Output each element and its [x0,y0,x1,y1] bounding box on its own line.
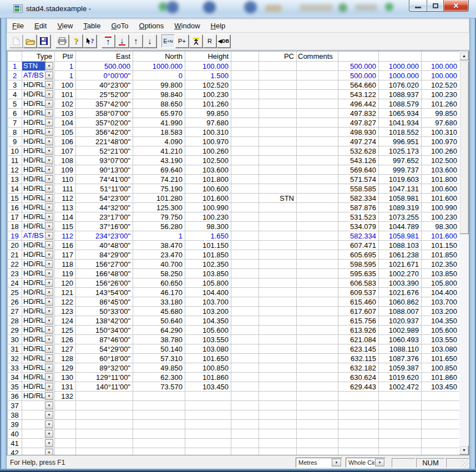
comments-cell[interactable] [297,401,338,410]
type-cell[interactable]: HD/RL▼ [22,335,55,344]
comments-cell[interactable] [297,316,338,326]
row-number-cell[interactable]: 8 [8,128,22,137]
row-number-cell[interactable]: 27 [8,307,22,316]
pt-number-cell[interactable]: 132 [55,392,76,401]
menu-item-window[interactable]: Window [169,20,205,32]
pc-cell[interactable] [259,401,297,410]
east-cell[interactable]: 0°00'00" [76,71,133,80]
east-cell[interactable]: 357°02'00" [76,118,133,128]
type-cell[interactable]: HD/RL▼ [22,146,55,156]
minimize-button[interactable] [409,0,427,12]
row-number-cell[interactable]: 12 [8,165,22,175]
north-cell[interactable]: 33.180 [133,297,185,307]
type-cell[interactable]: HD/RL▼ [22,241,55,250]
north-cell[interactable]: 98.840 [133,90,185,99]
pc-cell[interactable] [259,392,297,401]
pc-cell[interactable] [259,241,297,250]
pt-number-cell[interactable]: 127 [55,344,76,354]
pc-cell[interactable] [259,90,297,99]
row-number-cell[interactable]: 32 [8,354,22,363]
menu-item-help[interactable]: Help [206,20,231,32]
pt-number-cell[interactable]: 116 [55,241,76,250]
row-number-cell[interactable]: 5 [8,99,22,109]
pt-number-cell[interactable]: 102 [55,99,76,109]
north-cell[interactable]: 65.970 [133,109,185,118]
pc-cell[interactable] [259,326,297,335]
type-cell[interactable]: AT/BS▼ [22,231,55,241]
pt-number-cell[interactable]: 106 [55,137,76,146]
east-cell[interactable]: 93°07'00" [76,156,133,165]
east-cell[interactable]: 40°23'00" [76,80,133,90]
spare-cell[interactable] [231,250,259,260]
height-cell[interactable] [185,439,231,448]
height-cell[interactable]: 101.600 [185,194,231,203]
menu-item-view[interactable]: View [52,20,78,32]
row-number-cell[interactable]: 22 [8,260,22,269]
east-cell[interactable]: 74°41'00" [76,175,133,184]
height-cell[interactable]: 1.500 [185,71,231,80]
pc-cell[interactable] [259,99,297,109]
height-cell[interactable]: 101.260 [185,99,231,109]
spare-cell[interactable] [231,392,259,401]
menu-item-goto[interactable]: GoTo [106,20,134,32]
title-bar[interactable]: stad4.stadexample - ✕ [0,0,476,18]
north-cell[interactable]: 45.680 [133,307,185,316]
north-cell[interactable]: 75.190 [133,184,185,194]
row-number-cell[interactable]: 24 [8,278,22,288]
pc-cell[interactable] [259,118,297,128]
spare-cell[interactable] [231,62,259,71]
row-number-cell[interactable]: 38 [8,410,22,420]
comments-cell[interactable] [297,297,338,307]
type-dropdown-button[interactable]: ▼ [45,156,53,164]
pc-cell[interactable] [259,203,297,212]
pt-number-cell[interactable] [55,420,76,429]
comments-cell[interactable] [297,194,338,203]
spare-cell[interactable] [231,410,259,420]
type-cell[interactable]: HD/RL▼ [22,392,55,401]
height-cell[interactable]: 101.860 [185,373,231,382]
pc-cell[interactable] [259,222,297,231]
pt-number-cell[interactable]: 130 [55,373,76,382]
spare-cell[interactable] [231,448,259,456]
type-cell[interactable]: HD/RL▼ [22,326,55,335]
east-cell[interactable]: 358°07'00" [76,109,133,118]
type-dropdown-button[interactable]: ▼ [45,411,53,419]
comments-cell[interactable] [297,128,338,137]
row-number-cell[interactable]: 35 [8,382,22,392]
spare-cell[interactable] [231,212,259,222]
height-cell[interactable] [185,448,231,456]
height-cell[interactable]: 100.260 [185,146,231,156]
type-cell[interactable]: HD/RL▼ [22,278,55,288]
type-dropdown-button[interactable]: ▼ [45,100,53,108]
comments-cell[interactable] [297,62,338,71]
east-cell[interactable]: 143°54'00" [76,288,133,297]
pc-cell[interactable] [259,382,297,392]
spare-cell[interactable] [231,194,259,203]
pc-cell[interactable] [259,109,297,118]
type-dropdown-button[interactable]: ▼ [45,326,53,334]
type-dropdown-button[interactable]: ▼ [45,62,53,70]
north-cell[interactable]: 73.570 [133,382,185,392]
comments-cell[interactable] [297,156,338,165]
spare-cell[interactable] [231,99,259,109]
pc-cell[interactable] [259,71,297,80]
east-cell[interactable]: 89°32'00" [76,363,133,373]
height-cell[interactable]: 103.200 [185,307,231,316]
row-number-cell[interactable]: 11 [8,156,22,165]
type-dropdown-button[interactable]: ▼ [45,90,53,98]
type-cell[interactable]: ▼ [22,448,55,456]
spare-cell[interactable] [231,203,259,212]
type-cell[interactable]: ▼ [22,410,55,420]
row-number-cell[interactable]: 19 [8,231,22,241]
type-cell[interactable]: STN▼ [22,62,55,71]
height-cell[interactable]: 100.970 [185,137,231,146]
pt-number-cell[interactable]: 114 [55,212,76,222]
pc-cell[interactable] [259,231,297,241]
east-cell[interactable] [76,429,133,439]
height-cell[interactable] [185,401,231,410]
reduce-button[interactable]: R [203,34,216,48]
east-cell[interactable]: 52°21'00" [76,146,133,156]
height-cell[interactable]: 103.450 [185,382,231,392]
spare-cell[interactable] [231,231,259,241]
row-number-cell[interactable]: 10 [8,146,22,156]
